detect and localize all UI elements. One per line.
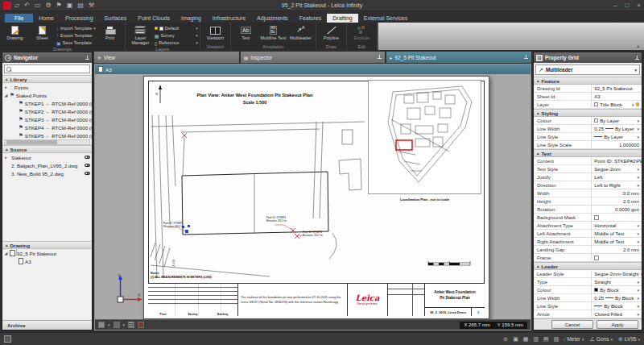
ribbon-tab[interactable]: Home — [33, 14, 60, 23]
status-tool-icon[interactable]: ▦ — [523, 336, 529, 343]
property-section-header[interactable]: ▴Feature — [534, 77, 642, 85]
property-section-header[interactable]: ▴Leader — [534, 262, 642, 270]
pin-icon[interactable] — [634, 55, 639, 60]
explode-button[interactable]: Explode — [349, 23, 375, 44]
property-section-header[interactable]: ▴Text — [534, 149, 642, 157]
library-section-header[interactable]: ▴Library — [2, 75, 92, 83]
import-template-button[interactable]: ↓Import Template▾ — [56, 25, 96, 31]
status-tool-icon[interactable]: ▤ — [543, 336, 549, 343]
ribbon-tab[interactable]: Infrastructure — [207, 14, 251, 23]
dropdown-caret[interactable]: ▾ — [637, 312, 639, 317]
style-icon[interactable] — [114, 322, 120, 328]
cancel-button[interactable]: Cancel — [551, 320, 593, 329]
source-item[interactable]: ▸ Stakeout — [2, 153, 92, 161]
dropdown-caret[interactable]: ▾ — [632, 102, 634, 107]
tree-item-staked-point[interactable]: ⚑STKEP2 ← RTCM-Ref 0000 (07/10 — [2, 107, 92, 115]
text-button[interactable]: AbText — [233, 23, 259, 44]
ribbon-tab[interactable]: Surfaces — [99, 14, 133, 23]
property-section-header[interactable]: ▴Styling — [534, 109, 642, 117]
viewport-button[interactable]: Viewport — [202, 23, 229, 44]
polyline-button[interactable]: Polyline — [318, 23, 345, 44]
ribbon-tab[interactable]: Drafting — [327, 14, 358, 23]
source-item[interactable]: 2. Balgach_Plan_LV95_2.dwg — [2, 161, 92, 169]
checkbox[interactable] — [594, 256, 599, 260]
tree-item-staked-point[interactable]: ⚑STKEP3 ← RTCM-Ref 0000 (07/10 — [2, 115, 92, 123]
pin-icon[interactable] — [85, 55, 89, 60]
dropdown-caret[interactable]: ▾ — [637, 167, 639, 172]
tree-item-staked-points[interactable]: ◢⚑Staked Points — [2, 91, 92, 99]
dropdown-caret[interactable]: ▾ — [637, 288, 639, 293]
tab-inspector[interactable]: ▤Inspector — [241, 52, 386, 63]
multiline-text-button[interactable]: AbBcMultiline Text — [260, 23, 287, 44]
collapse-ribbon-icon[interactable]: ▴ — [637, 43, 639, 48]
snap-toggle-icon[interactable] — [138, 322, 144, 328]
quick-access-icon[interactable]: ↶ — [24, 2, 30, 10]
ribbon-tab[interactable]: Adjustments — [251, 14, 294, 23]
tree-item-staked-point[interactable]: ⚑STKEP1 ← RTCM-Ref 0000 (07/10 — [2, 99, 92, 107]
dropdown-caret[interactable]: ▾ — [637, 280, 639, 285]
dropdown-caret[interactable]: ▾ — [637, 304, 639, 309]
dropdown-caret[interactable]: ▾ — [637, 239, 639, 244]
tab-pit-stakeout[interactable]: ▸92_5 Pit Stakeout — [386, 52, 531, 63]
ribbon-tab[interactable]: Features — [294, 14, 328, 23]
status-tool-icon[interactable]: ▣ — [513, 336, 518, 343]
quick-access-icon[interactable]: ⚒ — [89, 2, 94, 10]
tree-item-points[interactable]: ▸∴Points — [2, 83, 92, 91]
feature-type-selector[interactable]: ↗ Multileader ▾ — [535, 64, 640, 75]
unit-gons-dropdown[interactable]: ∠Gons▾ — [590, 336, 613, 343]
quick-access-icon[interactable]: ⚙ — [45, 2, 51, 10]
save-template-button[interactable]: ▣Save Template — [56, 39, 96, 46]
export-template-button[interactable]: ↑Export Template — [56, 32, 96, 39]
archive-section-header[interactable]: Archive — [2, 320, 92, 330]
drawing-section-header[interactable]: ▴Drawing — [2, 241, 92, 249]
sheet-tab-a3[interactable]: A3 — [95, 64, 530, 74]
quick-access-icon[interactable]: ▣ — [67, 2, 73, 10]
dropdown-caret[interactable]: ▾ — [637, 223, 639, 228]
source-section-header[interactable]: ▴Source — [2, 145, 92, 153]
ribbon-tab[interactable]: Imaging — [175, 14, 207, 23]
layer-default-dropdown[interactable]: Default▾ — [155, 25, 198, 31]
tree-item-staked-point[interactable]: ⚑STKEP5 ← RTCM-Ref 0000 (07/10 — [2, 131, 92, 139]
apply-button[interactable]: Apply — [597, 320, 638, 329]
drawing-button[interactable]: Drawing — [2, 23, 28, 46]
quick-access-icon[interactable]: ▤ — [77, 2, 84, 10]
dropdown-caret[interactable]: ▾ — [637, 183, 639, 188]
layer-reference-dropdown[interactable]: ▯Reference▾ — [155, 39, 198, 46]
grid-toggle-icon[interactable] — [128, 322, 134, 328]
layer-manager-button[interactable]: Layer Manager — [127, 23, 154, 46]
dropdown-caret[interactable]: ▾ — [637, 231, 639, 236]
bulb-icon[interactable] — [636, 102, 640, 106]
quick-access-icon[interactable]: ▱ — [14, 2, 19, 10]
layer-survey-dropdown[interactable]: ▦Survey▾ — [155, 32, 198, 39]
dropdown-caret[interactable]: ▾ — [637, 118, 639, 123]
checkbox[interactable] — [594, 215, 599, 220]
dropdown-caret[interactable]: ▾ — [637, 296, 639, 301]
pin-icon[interactable] — [523, 55, 528, 60]
status-tool-icon[interactable]: ▧ — [554, 336, 559, 343]
multileader-button[interactable]: ↗AMultileader — [287, 23, 314, 44]
quick-access-icon[interactable]: ▭ — [35, 2, 41, 10]
source-item[interactable]: 3. New_Build 95_2.dwg — [2, 169, 92, 177]
print-button[interactable]: Print — [97, 23, 123, 46]
dropdown-caret[interactable]: ▾ — [637, 127, 639, 131]
window-control-icon[interactable]: – — [613, 2, 617, 9]
layout-icon[interactable] — [4, 335, 11, 343]
ribbon-tab[interactable]: External Services — [358, 14, 413, 23]
unit-meter-dropdown[interactable]: ∕Meter▾ — [564, 336, 584, 342]
drawing-canvas[interactable]: N Plan View: Anker West Foundation Pit S… — [95, 74, 530, 319]
ribbon-tab[interactable]: Point Clouds — [132, 14, 175, 23]
window-control-icon[interactable]: × — [637, 2, 641, 9]
quick-access-icon[interactable]: ⚑ — [56, 2, 62, 10]
status-tool-icon[interactable]: ▥ — [533, 336, 539, 343]
visibility-eye-icon[interactable] — [85, 164, 90, 168]
tree-item-staked-point[interactable]: ⚑STKEP4 ← RTCM-Ref 0000 (07/10 — [2, 123, 92, 131]
visibility-eye-icon[interactable] — [85, 156, 90, 160]
ribbon-tab[interactable]: Processing — [60, 14, 99, 23]
status-tool-icon[interactable]: ⊘ — [503, 336, 508, 343]
tab-view[interactable]: ✛View — [94, 52, 239, 63]
tree-item-drawing-root[interactable]: ◢92_5 Pit Stakeout — [2, 249, 92, 257]
dropdown-caret[interactable]: ▾ — [637, 135, 639, 139]
search-input[interactable] — [12, 67, 88, 72]
pin-icon[interactable] — [377, 55, 382, 60]
crs-lv95-dropdown[interactable]: ⊕LV95▾ — [618, 336, 640, 343]
